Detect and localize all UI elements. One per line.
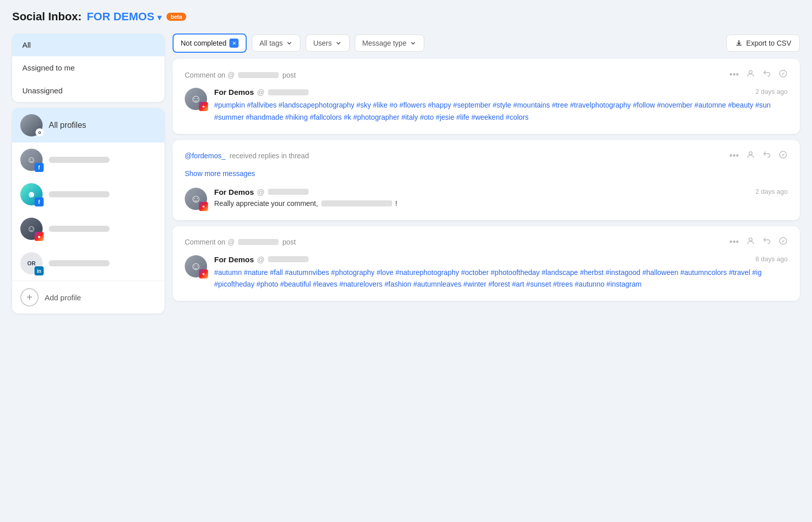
sidebar-profile-4[interactable]: OR in — [12, 246, 164, 281]
message-1-actions: ••• — [729, 69, 788, 81]
brand-chevron-icon[interactable]: ▾ — [157, 13, 161, 22]
status-filter-label: Not completed — [181, 39, 226, 47]
message-1-avatar-wrap: ☺ ● — [185, 88, 207, 110]
sidebar-item-unassigned[interactable]: Unassigned — [12, 79, 164, 102]
message-2-handle-blur — [268, 189, 309, 195]
message-card-2: @fordemos_ received replies in thread ••… — [173, 140, 800, 220]
message-3-context: Comment on @ post — [185, 238, 296, 246]
message-3-handle-blur — [268, 256, 309, 262]
profile-3-name — [49, 226, 110, 232]
message-3-body: ☺ ● For Demos @ 8 days ago #autumn — [185, 255, 788, 291]
message-type-filter-dropdown[interactable]: Message type — [355, 34, 424, 52]
reply-icon-2[interactable] — [762, 150, 771, 162]
complete-icon-3[interactable] — [779, 236, 788, 248]
svg-point-4 — [749, 238, 752, 241]
message-1-context: Comment on @ post — [185, 71, 296, 79]
sidebar-profile-2[interactable]: ☻ f — [12, 177, 164, 212]
message-2-avatar-wrap: ☺ ● — [185, 188, 207, 210]
svg-point-0 — [749, 71, 752, 74]
profile-2-name — [49, 191, 110, 197]
sidebar-profile-1[interactable]: ☺ f — [12, 143, 164, 177]
users-chevron-icon — [335, 40, 342, 47]
message-3-sender: For Demos @ — [214, 255, 309, 264]
message-2-time: 2 days ago — [755, 188, 788, 195]
profile-1-avatar-wrap: ☺ f — [20, 149, 43, 171]
complete-icon-2[interactable] — [779, 150, 788, 162]
tags-filter-label: All tags — [259, 39, 283, 47]
assign-icon[interactable] — [746, 69, 755, 81]
message-2-actions: ••• — [729, 150, 788, 162]
all-profiles-o-label: o — [36, 128, 44, 136]
show-more-messages-link[interactable]: Show more messages — [185, 169, 255, 178]
sidebar-profiles-section: o All profiles ☺ f ☻ — [12, 108, 164, 314]
assign-icon-3[interactable] — [746, 236, 755, 248]
message-3-text: #autumn #nature #fall #autumnvibes #phot… — [214, 267, 788, 291]
message-3-instagram-badge: ● — [199, 269, 208, 279]
message-type-chevron-icon — [410, 40, 417, 47]
message-1-header: Comment on @ post ••• — [185, 69, 788, 81]
message-3-time: 8 days ago — [755, 255, 788, 263]
add-icon: + — [20, 288, 39, 306]
content-area: Not completed ✕ All tags Users Message t… — [173, 33, 800, 301]
sidebar-item-assigned[interactable]: Assigned to me — [12, 56, 164, 79]
profile-4-avatar-wrap: OR in — [20, 252, 43, 274]
message-3-actions: ••• — [729, 236, 788, 248]
message-card-1: Comment on @ post ••• — [173, 59, 800, 134]
message-3-avatar-wrap: ☺ ● — [185, 255, 207, 277]
reply-icon-3[interactable] — [762, 236, 771, 248]
profile-1-name — [49, 157, 110, 163]
all-profiles-label: All profiles — [49, 121, 86, 130]
beta-badge: beta — [166, 13, 186, 21]
message-card-3: Comment on @ post ••• — [173, 226, 800, 301]
users-filter-label: Users — [313, 39, 332, 47]
add-profile-label: Add profile — [45, 293, 81, 302]
profile-3-avatar-wrap: ☺ ● — [20, 218, 43, 240]
message-2-instagram-badge: ● — [199, 202, 208, 211]
tags-filter-dropdown[interactable]: All tags — [252, 34, 300, 52]
svg-point-2 — [749, 152, 752, 155]
profile-1-facebook-badge: f — [35, 163, 44, 172]
more-options-icon-2[interactable]: ••• — [729, 151, 739, 161]
status-filter-chip[interactable]: Not completed ✕ — [173, 33, 247, 53]
profile-2-avatar-wrap: ☻ f — [20, 183, 43, 205]
message-3-header: Comment on @ post ••• — [185, 236, 788, 248]
message-3-content: For Demos @ 8 days ago #autumn #nature #… — [214, 255, 788, 291]
app-header: Social Inbox: FOR DEMOS ▾ beta — [12, 10, 800, 23]
message-1-context-blur — [238, 72, 279, 78]
reply-icon[interactable] — [762, 69, 771, 81]
message-3-name-row: For Demos @ 8 days ago — [214, 255, 788, 264]
profile-4-linkedin-badge: in — [35, 266, 44, 275]
message-1-time: 2 days ago — [755, 88, 788, 95]
export-label: Export to CSV — [746, 39, 791, 47]
more-options-icon[interactable]: ••• — [729, 69, 739, 80]
sidebar-profile-3[interactable]: ☺ ● — [12, 212, 164, 246]
assign-icon-2[interactable] — [746, 150, 755, 162]
profile-3-instagram-badge: ● — [35, 232, 44, 241]
header-brand[interactable]: FOR DEMOS ▾ — [87, 10, 161, 23]
all-profiles-avatar: o — [20, 114, 43, 136]
message-1-name-row: For Demos @ 2 days ago — [214, 88, 788, 96]
message-2-name-row: For Demos @ 2 days ago — [214, 188, 788, 196]
message-1-text: #pumpkin #fallvibes #landscapephotograph… — [214, 99, 788, 124]
sidebar-nav-section: All Assigned to me Unassigned — [12, 33, 164, 102]
sidebar: All Assigned to me Unassigned o All prof… — [12, 33, 164, 314]
message-type-filter-label: Message type — [362, 39, 407, 47]
message-1-content: For Demos @ 2 days ago #pumpkin #fallvib… — [214, 88, 788, 124]
status-filter-close[interactable]: ✕ — [229, 39, 239, 48]
profile-4-name — [49, 260, 110, 266]
export-csv-button[interactable]: Export to CSV — [726, 34, 800, 52]
profile-2-facebook-badge: f — [35, 197, 44, 206]
sidebar-all-profiles[interactable]: o All profiles — [12, 108, 164, 143]
sidebar-item-all[interactable]: All — [12, 33, 164, 56]
more-options-icon-3[interactable]: ••• — [729, 237, 739, 248]
message-1-handle-blur — [268, 89, 309, 95]
message-2-blur — [321, 200, 392, 206]
add-profile-button[interactable]: + Add profile — [12, 281, 164, 314]
message-1-instagram-badge: ● — [199, 102, 208, 111]
message-2-context: @fordemos_ received replies in thread — [185, 152, 309, 160]
filter-bar: Not completed ✕ All tags Users Message t… — [173, 33, 800, 53]
users-filter-dropdown[interactable]: Users — [306, 34, 350, 52]
message-2-header: @fordemos_ received replies in thread ••… — [185, 150, 788, 162]
message-1-sender: For Demos @ — [214, 88, 309, 96]
complete-icon[interactable] — [779, 69, 788, 81]
